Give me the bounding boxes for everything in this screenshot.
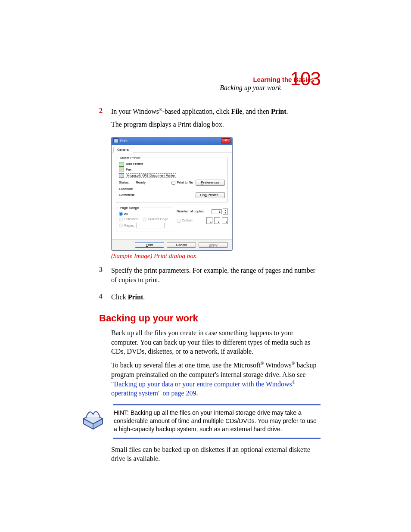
pages-input[interactable] bbox=[137, 223, 165, 228]
hint-text: HINT: Backing up all the files on your i… bbox=[113, 404, 321, 439]
location-label: Location: bbox=[119, 187, 133, 191]
page-range-group: Page Range All Selection Current Page Pa… bbox=[116, 206, 173, 231]
step-3-text: Specify the print parameters. For exampl… bbox=[111, 266, 321, 284]
step-number: 4 bbox=[99, 292, 111, 305]
body-paragraph-1: Back up all the files you create in case… bbox=[111, 328, 321, 356]
fax-icon bbox=[119, 168, 124, 172]
chapter-name: Learning the Basics bbox=[253, 76, 314, 83]
hint-box-icon bbox=[81, 404, 105, 430]
tab-general[interactable]: General bbox=[113, 147, 133, 153]
figure-caption: (Sample Image) Print dialog box bbox=[111, 252, 321, 260]
printer-item-fax[interactable]: Fax bbox=[119, 168, 225, 172]
step-3: 3 Specify the print parameters. For exam… bbox=[99, 266, 321, 288]
step-4-text: Click Print. bbox=[111, 292, 321, 302]
range-selection-radio[interactable]: Selection bbox=[119, 217, 138, 221]
status-label: Status: bbox=[119, 180, 130, 185]
copies-input[interactable] bbox=[212, 209, 222, 214]
print-dialog: Print ✕ General Select Printer Add Print… bbox=[111, 137, 233, 251]
find-printer-button[interactable]: Find Printer... bbox=[196, 192, 225, 198]
print-to-file-checkbox[interactable]: Print to file bbox=[171, 180, 193, 185]
collate-illustration: 1 2 3 bbox=[206, 217, 228, 224]
step-2: 2 In your Windows®-based application, cl… bbox=[99, 107, 321, 133]
running-header: Learning the Basics Backing up your work bbox=[220, 73, 321, 92]
select-printer-legend: Select Printer bbox=[119, 156, 141, 160]
page-range-legend: Page Range bbox=[119, 206, 140, 210]
copies-label: Number of copies: bbox=[177, 209, 205, 214]
body-paragraph-2: To back up several files at one time, us… bbox=[111, 361, 321, 398]
dialog-titlebar: Print ✕ bbox=[112, 137, 232, 145]
select-printer-group: Select Printer Add Printer Fax Microsoft… bbox=[116, 156, 228, 202]
collate-checkbox[interactable]: Collate bbox=[177, 218, 193, 223]
copies-spinner[interactable]: ▲▼ bbox=[223, 208, 228, 215]
close-button[interactable]: ✕ bbox=[221, 138, 230, 143]
step-2-text: In your Windows®-based application, clic… bbox=[111, 107, 321, 116]
cancel-button[interactable]: Cancel bbox=[167, 242, 196, 248]
step-2-follow: The program displays a Print dialog box. bbox=[111, 120, 321, 129]
range-pages-radio[interactable]: Pages: bbox=[119, 224, 135, 228]
hint-block: HINT: Backing up all the files on your i… bbox=[81, 404, 321, 439]
range-all-radio[interactable]: All bbox=[119, 212, 170, 216]
status-value: Ready bbox=[136, 180, 146, 185]
body-paragraph-3: Small files can be backed up on diskette… bbox=[111, 445, 321, 464]
printer-item-add[interactable]: Add Printer bbox=[119, 162, 225, 167]
range-current-radio[interactable]: Current Page bbox=[143, 217, 168, 221]
apply-button[interactable]: Apply bbox=[199, 242, 228, 248]
printer-item-xps[interactable]: Microsoft XPS Document Writer bbox=[119, 173, 225, 178]
print-button[interactable]: Print bbox=[135, 242, 164, 248]
comment-label: Comment: bbox=[119, 193, 135, 197]
section-title: Backing up your work bbox=[99, 313, 321, 324]
printer-icon bbox=[113, 138, 118, 143]
section-running-title: Backing up your work bbox=[220, 84, 281, 92]
add-printer-icon bbox=[119, 162, 124, 167]
preferences-button[interactable]: PPreferencesreferences bbox=[196, 180, 225, 186]
xref-link[interactable]: "Backing up your data or your entire com… bbox=[111, 380, 295, 397]
xps-icon bbox=[119, 173, 124, 178]
step-number: 3 bbox=[99, 266, 111, 288]
dialog-title: Print bbox=[120, 139, 127, 143]
step-number: 2 bbox=[99, 107, 111, 133]
step-4: 4 Click Print. bbox=[99, 292, 321, 305]
